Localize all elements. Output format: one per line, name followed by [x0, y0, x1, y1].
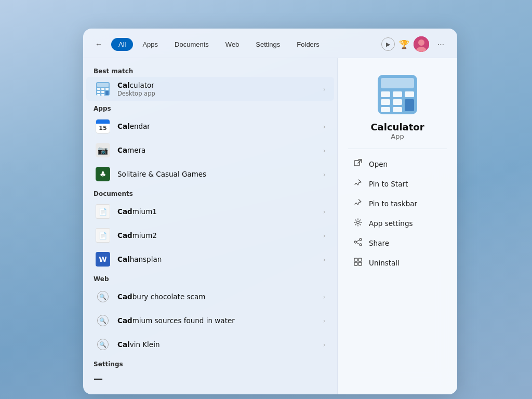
- divider: [348, 149, 447, 149]
- web-section-label: Web: [83, 271, 337, 285]
- calendar-chevron: ›: [323, 123, 326, 130]
- open-label: Open: [369, 160, 388, 168]
- share-label: Share: [369, 239, 389, 247]
- share-action[interactable]: Share: [348, 233, 447, 253]
- camera-chevron: ›: [323, 147, 326, 154]
- svg-rect-9: [101, 91, 104, 93]
- actions-list: Open Pin to Start: [348, 154, 447, 273]
- calvin-chevron: ›: [323, 341, 326, 349]
- svg-rect-16: [393, 91, 402, 97]
- svg-rect-4: [97, 83, 109, 87]
- cadmium2-icon: 📄: [95, 227, 111, 244]
- calculator-icon-small: [95, 81, 111, 97]
- svg-rect-18: [381, 99, 390, 105]
- svg-rect-14: [381, 78, 414, 88]
- best-match-text: Calculator Desktop app: [117, 81, 321, 97]
- svg-rect-19: [393, 99, 402, 105]
- calhansplan-item[interactable]: W Calhansplan ›: [86, 247, 334, 271]
- calvin-search-icon: 🔍: [95, 336, 111, 353]
- best-match-name: Calculator: [117, 81, 321, 89]
- camera-name: Camera: [117, 146, 321, 154]
- search-panel: ← All Apps Documents Web Settings Folder…: [83, 29, 457, 394]
- svg-rect-21: [381, 107, 390, 112]
- app-settings-icon: [352, 218, 364, 229]
- svg-rect-12: [101, 94, 104, 96]
- tab-documents[interactable]: Documents: [167, 38, 216, 51]
- cadbury-search-icon: 🔍: [95, 288, 111, 305]
- best-match-label: Best match: [83, 63, 337, 77]
- calhansplan-icon: W: [95, 251, 111, 268]
- top-bar: ← All Apps Documents Web Settings Folder…: [83, 29, 457, 58]
- cadbury-name: Cadbury chocolate scam: [117, 292, 321, 301]
- results-panel: Best match: [83, 58, 338, 394]
- detail-app-name: Calculator: [370, 122, 424, 132]
- tab-all[interactable]: All: [111, 38, 133, 51]
- cadmium2-item[interactable]: 📄 Cadmium2 ›: [86, 223, 334, 247]
- svg-rect-8: [97, 91, 100, 93]
- pin-start-action[interactable]: Pin to Start: [348, 174, 447, 194]
- uninstall-action[interactable]: Uninstall: [348, 253, 447, 273]
- tab-settings[interactable]: Settings: [248, 38, 287, 51]
- share-icon: [352, 238, 364, 248]
- cadmium1-item[interactable]: 📄 Cadmium1 ›: [86, 200, 334, 223]
- svg-rect-15: [381, 91, 390, 97]
- pin-taskbar-icon: [352, 198, 364, 209]
- calculator-icon-large: [377, 74, 418, 115]
- cadmium-sources-chevron: ›: [323, 317, 326, 325]
- camera-icon: 📷: [95, 142, 111, 158]
- open-action[interactable]: Open: [348, 154, 447, 174]
- solitaire-chevron: ›: [323, 170, 326, 178]
- svg-rect-6: [101, 88, 104, 90]
- pin-taskbar-action[interactable]: Pin to taskbar: [348, 194, 447, 214]
- calendar-item[interactable]: 15 Calendar ›: [86, 114, 334, 138]
- calvin-item[interactable]: 🔍 Calvin Klein ›: [86, 332, 334, 356]
- cadmium-sources-search-icon: 🔍: [95, 312, 111, 329]
- apps-section-label: Apps: [83, 101, 337, 114]
- user-avatar[interactable]: [414, 36, 429, 52]
- svg-rect-30: [354, 262, 357, 265]
- cadmium2-name: Cadmium2: [117, 231, 321, 240]
- svg-rect-5: [97, 88, 100, 90]
- solitaire-item[interactable]: ♣ Solitaire & Casual Games ›: [86, 162, 334, 186]
- best-match-subtitle: Desktop app: [117, 90, 321, 97]
- svg-rect-10: [105, 91, 109, 95]
- best-match-item[interactable]: Calculator Desktop app ›: [86, 77, 334, 101]
- trophy-icon[interactable]: 🏆: [399, 39, 409, 49]
- tab-folders[interactable]: Folders: [289, 38, 326, 51]
- calvin-name: Calvin Klein: [117, 340, 321, 349]
- cadbury-item[interactable]: 🔍 Cadbury chocolate scam ›: [86, 285, 334, 309]
- svg-rect-11: [97, 94, 100, 96]
- cadmium-sources-item[interactable]: 🔍 Cadmium sources found in water ›: [86, 309, 334, 332]
- detail-panel: Calculator App Open: [338, 58, 457, 394]
- svg-point-26: [360, 244, 362, 246]
- expand-button[interactable]: ▶: [381, 37, 395, 51]
- svg-rect-28: [354, 258, 357, 261]
- svg-rect-23: [354, 161, 360, 166]
- cadmium-sources-name: Cadmium sources found in water: [117, 316, 321, 325]
- svg-rect-31: [358, 262, 362, 265]
- cadmium1-name: Cadmium1: [117, 207, 321, 216]
- app-settings-action[interactable]: App settings: [348, 214, 447, 233]
- cadmium2-chevron: ›: [323, 232, 326, 240]
- solitaire-name: Solitaire & Casual Games: [117, 170, 321, 178]
- svg-point-1: [418, 39, 424, 46]
- filter-tabs: All Apps Documents Web Settings Folders: [111, 38, 377, 51]
- tab-web[interactable]: Web: [218, 38, 247, 51]
- calhansplan-chevron: ›: [323, 256, 326, 263]
- main-content: Best match: [83, 58, 457, 394]
- open-icon: [352, 159, 364, 169]
- cadbury-chevron: ›: [323, 293, 326, 301]
- app-settings-label: App settings: [369, 219, 413, 228]
- svg-rect-7: [105, 88, 109, 90]
- svg-point-25: [360, 238, 362, 241]
- back-button[interactable]: ←: [90, 36, 107, 52]
- pin-start-label: Pin to Start: [369, 180, 408, 188]
- settings-dash: —: [83, 370, 337, 389]
- tab-apps[interactable]: Apps: [135, 38, 165, 51]
- camera-item[interactable]: 📷 Camera ›: [86, 138, 334, 162]
- documents-section-label: Documents: [83, 186, 337, 200]
- more-options-button[interactable]: ⋯: [433, 37, 448, 51]
- uninstall-icon: [352, 258, 364, 268]
- svg-rect-22: [393, 107, 402, 112]
- calendar-name: Calendar: [117, 122, 321, 130]
